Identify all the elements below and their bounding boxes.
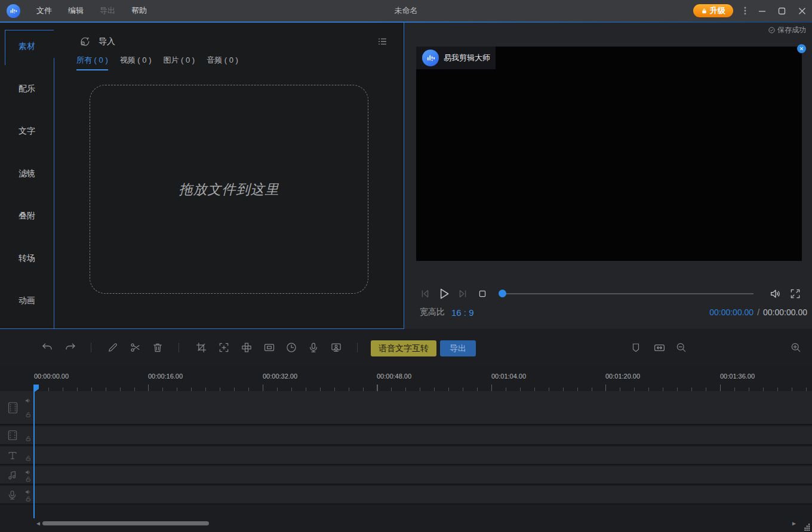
track-mute-icon[interactable] [24,469,32,476]
close-button[interactable] [793,0,811,21]
sidebar-item-filters[interactable]: 滤镜 [0,168,54,179]
sidebar-item-transitions[interactable]: 转场 [0,253,54,264]
zoom-out-icon[interactable] [674,340,688,355]
duration-clock-icon[interactable] [284,340,299,355]
fullscreen-icon[interactable] [788,286,803,302]
overlay-track-header [0,426,34,444]
pip-icon[interactable] [262,340,276,355]
more-menu-button[interactable] [736,0,754,21]
aspect-ratio-control[interactable]: 宽高比 16 : 9 [420,307,474,318]
track-lock-icon[interactable] [25,455,32,462]
music-track-header [0,466,34,484]
toolbar-separator [179,343,179,352]
sidebar-item-animation[interactable]: 动画 [0,296,54,306]
toolbar-separator [357,343,358,352]
dropzone-hint: 拖放文件到这里 [179,180,279,199]
save-status: 保存成功 [768,25,806,35]
playhead[interactable] [33,385,35,518]
tab-all[interactable]: 所有 ( 0 ) [76,55,108,70]
track-lock-icon[interactable] [25,435,32,442]
shield-icon [629,340,643,355]
sidebar-item-music[interactable]: 配乐 [0,84,54,94]
speech-to-text-button[interactable]: 语音文字互转 [371,340,436,356]
preview-video[interactable]: 易我剪辑大师 [416,47,802,261]
video-track-header [0,391,34,424]
crop-icon[interactable] [194,340,208,355]
track-mute-icon[interactable] [24,397,32,404]
media-tabs: 所有 ( 0 ) 视频 ( 0 ) 图片 ( 0 ) 音频 ( 0 ) [76,55,238,70]
tab-video[interactable]: 视频 ( 0 ) [120,55,152,70]
menu-export: 导出 [100,5,115,16]
titlebar: 未命名 文件 编辑 导出 帮助 升级 [0,0,812,21]
total-time: 00:00:00.00 [763,307,807,317]
zoom-in-icon[interactable] [789,340,803,355]
mosaic-icon[interactable] [239,340,254,355]
ruler-label: 00:00:32.00 [263,373,297,380]
track-lock-icon[interactable] [25,476,32,482]
track-lock-icon[interactable] [25,496,32,502]
window-title: 未命名 [0,5,812,16]
video-track[interactable] [0,391,812,425]
ruler-label: 00:01:20.00 [605,373,640,380]
export-button[interactable]: 导出 [440,340,476,356]
redo-icon[interactable] [63,340,77,355]
zoom-frame-icon[interactable] [217,340,231,355]
import-icon [79,36,91,47]
watermark-close-icon[interactable] [797,44,806,53]
minimize-button[interactable] [753,0,771,21]
text-track[interactable] [0,447,812,465]
sidebar-item-text[interactable]: 文字 [0,126,54,137]
app-logo-icon [7,4,20,18]
media-section: 素材 配乐 文字 滤镜 叠附 转场 动画 导入 所有 ( 0 ) 视频 ( 0 … [0,23,404,329]
volume-icon[interactable] [768,286,783,302]
resize-grip-icon[interactable] [803,524,810,531]
music-track[interactable] [0,466,812,485]
fit-width-icon[interactable] [652,340,666,355]
undo-icon[interactable] [40,340,54,355]
next-frame-button [455,286,470,302]
track-mute-icon[interactable] [24,488,32,496]
text-icon [7,450,19,462]
aspect-label: 宽高比 [420,307,445,318]
menu-help[interactable]: 帮助 [131,5,147,16]
text-track-header [0,447,34,464]
trash-icon[interactable] [150,340,165,355]
current-time: 00:00:00.00 [709,307,753,317]
seek-slider[interactable] [502,293,753,294]
menu-edit[interactable]: 编辑 [68,5,84,16]
sidebar-item-material[interactable]: 素材 [0,41,54,52]
tab-audio[interactable]: 音频 ( 0 ) [207,55,238,70]
pencil-icon[interactable] [106,340,120,355]
horizontal-scrollbar[interactable] [42,521,209,525]
screen-record-icon[interactable] [329,340,343,355]
aspect-value: 16 : 9 [451,307,474,318]
stop-button[interactable] [475,286,490,302]
mic-icon [7,489,18,500]
import-label: 导入 [99,36,115,47]
watermark-logo-icon [422,50,439,66]
scissors-icon[interactable] [128,340,143,355]
list-view-icon[interactable] [377,36,388,47]
prev-frame-button [417,286,433,302]
ruler-label: 00:00:00.00 [34,373,69,380]
file-dropzone[interactable]: 拖放文件到这里 [90,85,368,294]
timecode-display: 00:00:00.00/00:00:00.00 [709,307,807,317]
upgrade-label: 升级 [710,5,725,16]
sidebar-item-overlays[interactable]: 叠附 [0,211,54,222]
upgrade-button[interactable]: 升级 [693,4,733,17]
overlay-track[interactable] [0,426,812,445]
play-button[interactable] [436,286,451,302]
tab-image[interactable]: 图片 ( 0 ) [163,55,195,70]
ruler-label: 00:00:16.00 [148,373,183,380]
menu-file[interactable]: 文件 [36,5,52,16]
track-lock-icon[interactable] [25,411,32,418]
ruler-label: 00:01:04.00 [491,373,526,380]
maximize-button[interactable] [773,0,791,21]
scroll-right-icon[interactable]: ► [791,520,797,527]
check-circle-icon [768,26,776,34]
seek-handle[interactable] [499,290,506,297]
voiceover-mic-icon[interactable] [306,340,321,355]
import-button[interactable]: 导入 [79,36,115,47]
scroll-left-icon[interactable]: ◄ [35,520,41,527]
voiceover-track[interactable] [0,486,812,505]
